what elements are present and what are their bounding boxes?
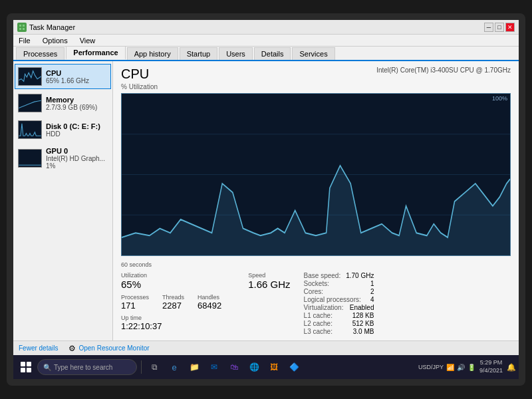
tab-bar: Processes Performance App history Startu…: [13, 47, 519, 61]
chrome-icon: 🌐: [249, 362, 259, 372]
task-manager-icon: [17, 23, 27, 32]
search-bar[interactable]: 🔍 Type here to search: [37, 359, 137, 375]
tab-processes[interactable]: Processes: [16, 47, 65, 60]
sidebar-item-cpu[interactable]: CPU 65% 1.66 GHz: [15, 64, 111, 89]
sidebar-item-memory[interactable]: Memory 2.7/3.9 GB (69%): [15, 90, 111, 116]
bottom-stats: Utilization 65% Processes 171 Threads: [121, 272, 511, 335]
menu-view[interactable]: View: [77, 36, 98, 45]
processes-value: 171: [121, 301, 149, 311]
sockets-row: Sockets: 1: [304, 280, 374, 287]
store-button[interactable]: 🛍: [225, 358, 243, 376]
taskbar-right: USD/JPY 📶 🔊 🔋 5:29 PM 9/4/2021 🔔: [418, 359, 516, 374]
mail-button[interactable]: ✉: [205, 358, 223, 376]
sockets-value: 1: [370, 280, 374, 287]
uptime-label: Up time: [121, 315, 221, 321]
task-view-button[interactable]: ⧉: [146, 358, 163, 376]
taskbar-divider: [141, 360, 142, 374]
windows-icon: [21, 362, 31, 372]
clock-time: 5:29 PM: [479, 359, 503, 367]
l1-value: 128 KB: [352, 312, 374, 319]
search-placeholder: Type here to search: [54, 364, 112, 371]
sockets-label: Sockets:: [304, 280, 329, 287]
uptime-stat: Up time 1:22:10:37: [121, 315, 221, 331]
close-button[interactable]: ✕: [505, 23, 515, 32]
minimize-button[interactable]: ─: [484, 23, 493, 32]
edge-icon: e: [172, 362, 176, 372]
tab-details[interactable]: Details: [254, 47, 291, 60]
l1-label: L1 cache:: [304, 312, 332, 319]
utilization-value: 65%: [121, 279, 221, 290]
virtualization-label: Virtualization:: [304, 304, 344, 311]
gpu-sidebar-sub: 1%: [46, 162, 108, 170]
tab-users[interactable]: Users: [219, 47, 253, 60]
app1-icon: 🔷: [289, 362, 299, 372]
photos-button[interactable]: 🖼: [265, 358, 283, 376]
cpu-model: Intel(R) Core(TM) i3-400SU CPU @ 1.70GHz: [376, 66, 511, 74]
menu-options[interactable]: Options: [40, 36, 70, 45]
l3-row: L3 cache: 3.0 MB: [304, 328, 374, 335]
l3-value: 3.0 MB: [353, 328, 374, 335]
menu-file[interactable]: File: [16, 36, 33, 45]
speaker-icon: 🔊: [457, 364, 465, 371]
sidebar-item-gpu[interactable]: GPU 0 Intel(R) HD Graph... 1%: [15, 144, 111, 173]
disk-sidebar-detail: HDD: [46, 130, 108, 138]
gpu-sidebar-info: GPU 0 Intel(R) HD Graph... 1%: [46, 147, 108, 170]
cpu-sidebar-info: CPU 65% 1.66 GHz: [46, 69, 108, 84]
svg-rect-7: [19, 150, 41, 167]
window-title: Task Manager: [29, 23, 75, 31]
tab-app-history[interactable]: App history: [127, 47, 178, 60]
speed-value: 1.66 GHz: [248, 279, 290, 290]
cpu-chart: 100%: [121, 93, 511, 256]
laptop-bezel: Task Manager ─ □ ✕ File Options View Pro…: [7, 13, 525, 386]
processes-stat: Processes 171: [121, 294, 149, 311]
svg-rect-0: [19, 25, 21, 27]
taskbar-app-icons: ⧉ e 📁 ✉ 🛍 🌐 🖼: [146, 358, 303, 376]
open-monitor-icon: ⚙: [68, 344, 76, 353]
svg-rect-4: [19, 68, 41, 85]
mail-icon: ✉: [211, 362, 217, 372]
notification-icon[interactable]: 🔔: [507, 363, 516, 372]
currency-display: USD/JPY: [418, 364, 444, 370]
sidebar-item-disk[interactable]: Disk 0 (C: E: F:) HDD: [15, 117, 111, 142]
edge-button[interactable]: e: [166, 358, 183, 376]
start-button[interactable]: [16, 357, 36, 377]
screen: Task Manager ─ □ ✕ File Options View Pro…: [13, 20, 519, 379]
fewer-details-link[interactable]: Fewer details: [19, 344, 58, 352]
svg-rect-1: [23, 25, 25, 27]
cores-label: Cores:: [304, 288, 323, 295]
explorer-button[interactable]: 📁: [186, 358, 203, 376]
gpu-sidebar-name: GPU 0: [46, 147, 108, 155]
logical-label: Logical processors:: [304, 296, 361, 303]
svg-rect-2: [19, 28, 21, 30]
gpu-sidebar-detail: Intel(R) HD Graph...: [46, 155, 108, 162]
utilization-stat: Utilization 65%: [121, 272, 221, 290]
threads-label: Threads: [162, 294, 184, 301]
maximize-button[interactable]: □: [495, 23, 504, 32]
cpu-panel: CPU Intel(R) Core(TM) i3-400SU CPU @ 1.7…: [113, 61, 519, 340]
menu-bar: File Options View: [13, 35, 519, 47]
l1-row: L1 cache: 128 KB: [304, 312, 374, 319]
search-icon: 🔍: [43, 364, 51, 371]
tab-startup[interactable]: Startup: [180, 47, 217, 60]
threads-stat: Threads 2287: [162, 294, 184, 311]
uptime-value: 1:22:10:37: [121, 321, 221, 331]
network-icon: 📶: [446, 364, 454, 371]
threads-value: 2287: [162, 301, 184, 311]
tab-performance[interactable]: Performance: [66, 46, 125, 60]
memory-thumb: [18, 94, 42, 112]
app1-button[interactable]: 🔷: [285, 358, 303, 376]
memory-sidebar-name: Memory: [46, 96, 108, 104]
cores-row: Cores: 2: [304, 288, 374, 295]
handles-value: 68492: [198, 301, 221, 311]
footer: Fewer details ⚙ Open Resource Monitor: [13, 340, 519, 355]
photos-icon: 🖼: [270, 362, 278, 372]
virtualization-row: Virtualization: Enabled: [304, 304, 374, 311]
handles-label: Handles: [198, 294, 221, 301]
open-monitor-link[interactable]: Open Resource Monitor: [78, 344, 149, 352]
clock-display[interactable]: 5:29 PM 9/4/2021: [479, 359, 503, 374]
cpu-thumb: [18, 67, 42, 86]
base-speed-row: Base speed: 1.70 GHz: [304, 272, 374, 279]
base-speed-value: 1.70 GHz: [346, 272, 374, 279]
tab-services[interactable]: Services: [292, 47, 334, 60]
chrome-button[interactable]: 🌐: [245, 358, 263, 376]
